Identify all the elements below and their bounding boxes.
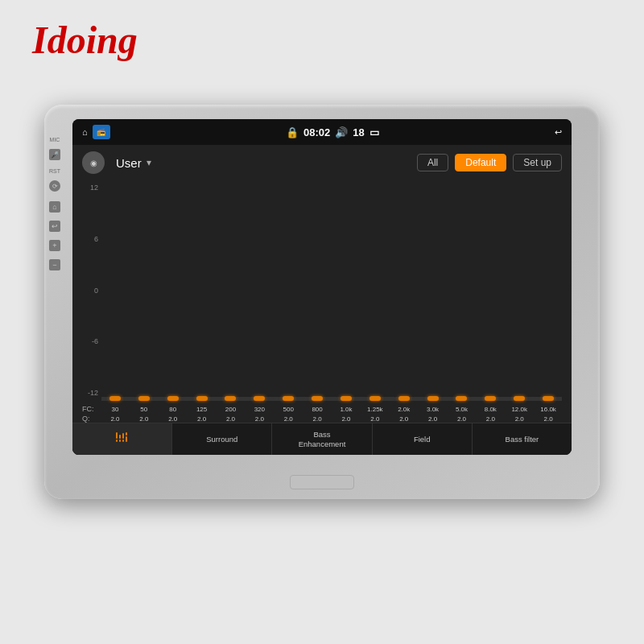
- band-320[interactable]: [246, 397, 273, 400]
- band-1.25k[interactable]: [361, 397, 389, 400]
- band-1.0k[interactable]: [332, 397, 360, 400]
- fc-val-1: 50: [130, 406, 158, 413]
- app-icon[interactable]: 📻: [93, 125, 110, 139]
- band-2.0k[interactable]: [390, 397, 418, 400]
- q-val-10: 2.0: [390, 415, 418, 423]
- time-display: 08:02: [303, 126, 330, 138]
- tab-1[interactable]: Surround: [172, 423, 272, 455]
- fc-val-3: 125: [188, 406, 216, 413]
- btn-mic[interactable]: 🎤: [49, 149, 60, 160]
- q-val-15: 2.0: [535, 415, 562, 423]
- band-30[interactable]: [101, 397, 129, 400]
- q-val-13: 2.0: [477, 415, 504, 423]
- preset-selector[interactable]: ◉ User ▾: [82, 151, 151, 174]
- fc-label: FC:: [82, 405, 101, 413]
- fc-val-4: 200: [217, 406, 245, 413]
- band-5.0k[interactable]: [448, 397, 476, 400]
- lock-icon: 🔒: [286, 126, 299, 138]
- fc-val-15: 16.0k: [535, 406, 562, 413]
- band-handle-320[interactable]: [254, 396, 265, 401]
- band-800[interactable]: [303, 397, 331, 400]
- bands-container: [101, 397, 562, 400]
- status-bar: ⌂ 📻 🔒 08:02 🔊 18 ▭ ↩: [72, 119, 572, 145]
- band-handle-30[interactable]: [109, 396, 121, 401]
- svg-rect-1: [116, 440, 118, 442]
- rst-label: RST: [49, 168, 60, 174]
- band-handle-12.0k[interactable]: [514, 396, 525, 401]
- band-handle-500[interactable]: [283, 396, 294, 401]
- back-icon[interactable]: ↩: [555, 127, 562, 138]
- band-3.0k[interactable]: [419, 397, 447, 400]
- y-label-0: 0: [82, 287, 98, 295]
- y-label-12: 12: [82, 184, 98, 192]
- svg-rect-5: [122, 440, 124, 442]
- default-button[interactable]: Default: [455, 154, 506, 171]
- band-50[interactable]: [130, 397, 158, 400]
- q-val-12: 2.0: [448, 415, 476, 423]
- band-handle-5.0k[interactable]: [456, 396, 467, 401]
- page-background: Idoing MIC 🎤 RST ⟳ ⌂ ↩ + −: [0, 0, 644, 644]
- q-val-9: 2.0: [361, 415, 389, 423]
- status-left: ⌂ 📻: [82, 125, 110, 139]
- band-500[interactable]: [275, 397, 302, 400]
- volume-display: 18: [353, 126, 364, 138]
- btn-home-side[interactable]: ⌂: [49, 201, 60, 213]
- y-axis: 12 6 0 -6 -12: [82, 180, 98, 400]
- preset-name: User: [116, 156, 142, 170]
- chevron-down-icon[interactable]: ▾: [147, 157, 151, 168]
- q-values: 2.02.02.02.02.02.02.02.02.02.02.02.02.02…: [101, 415, 562, 423]
- home-icon[interactable]: ⌂: [82, 127, 88, 137]
- band-handle-125[interactable]: [196, 396, 208, 401]
- btn-back-side[interactable]: ↩: [49, 221, 60, 232]
- q-val-3: 2.0: [188, 415, 216, 423]
- main-content: ◉ User ▾ All Default Set up: [72, 145, 572, 455]
- q-val-6: 2.0: [275, 415, 302, 423]
- tab-0[interactable]: [72, 423, 172, 455]
- y-label-n6: -6: [82, 337, 98, 345]
- q-val-2: 2.0: [159, 415, 187, 423]
- q-label: Q:: [82, 415, 101, 423]
- svg-rect-2: [119, 435, 121, 439]
- btn-vol-down[interactable]: −: [49, 259, 60, 270]
- speaker-icon: 🔊: [335, 126, 348, 138]
- q-val-7: 2.0: [303, 415, 331, 423]
- band-handle-8.0k[interactable]: [485, 396, 496, 401]
- band-16.0k[interactable]: [535, 397, 562, 400]
- svg-rect-0: [116, 432, 118, 439]
- band-handle-3.0k[interactable]: [427, 396, 439, 401]
- svg-rect-3: [119, 440, 121, 442]
- status-center: 🔒 08:02 🔊 18 ▭: [286, 126, 379, 138]
- band-handle-1.25k[interactable]: [369, 396, 381, 401]
- band-125[interactable]: [188, 397, 216, 400]
- q-row: Q: 2.02.02.02.02.02.02.02.02.02.02.02.02…: [82, 415, 562, 423]
- band-handle-2.0k[interactable]: [398, 396, 410, 401]
- fc-values: 3050801252003205008001.0k1.25k2.0k3.0k5.…: [101, 406, 562, 413]
- eq-area: 12 6 0 -6 -12: [82, 180, 562, 423]
- band-80[interactable]: [159, 397, 187, 400]
- btn-vol-up[interactable]: +: [49, 240, 60, 251]
- band-handle-200[interactable]: [225, 396, 236, 401]
- tab-3[interactable]: Field: [373, 423, 473, 455]
- setup-button[interactable]: Set up: [513, 154, 562, 171]
- btn-rst[interactable]: ⟳: [49, 180, 60, 192]
- y-label-n12: -12: [82, 389, 98, 397]
- tab-label-2: Bass Enhancement: [299, 430, 346, 448]
- top-bar: ◉ User ▾ All Default Set up: [82, 151, 562, 174]
- band-handle-80[interactable]: [167, 396, 179, 401]
- all-button[interactable]: All: [417, 154, 448, 171]
- tab-4[interactable]: Bass filter: [473, 423, 572, 455]
- band-8.0k[interactable]: [477, 397, 504, 400]
- circle-indicator: ◉: [82, 151, 105, 174]
- band-200[interactable]: [217, 397, 245, 400]
- band-12.0k[interactable]: [506, 397, 533, 400]
- fc-row: FC: 3050801252003205008001.0k1.25k2.0k3.…: [82, 405, 562, 413]
- band-handle-1.0k[interactable]: [341, 396, 352, 401]
- band-handle-800[interactable]: [312, 396, 323, 401]
- q-val-1: 2.0: [130, 415, 158, 423]
- fc-val-10: 2.0k: [390, 406, 418, 413]
- band-handle-16.0k[interactable]: [543, 396, 554, 401]
- q-val-5: 2.0: [246, 415, 273, 423]
- fc-val-2: 80: [159, 406, 187, 413]
- band-handle-50[interactable]: [138, 396, 150, 401]
- tab-2[interactable]: Bass Enhancement: [272, 423, 372, 455]
